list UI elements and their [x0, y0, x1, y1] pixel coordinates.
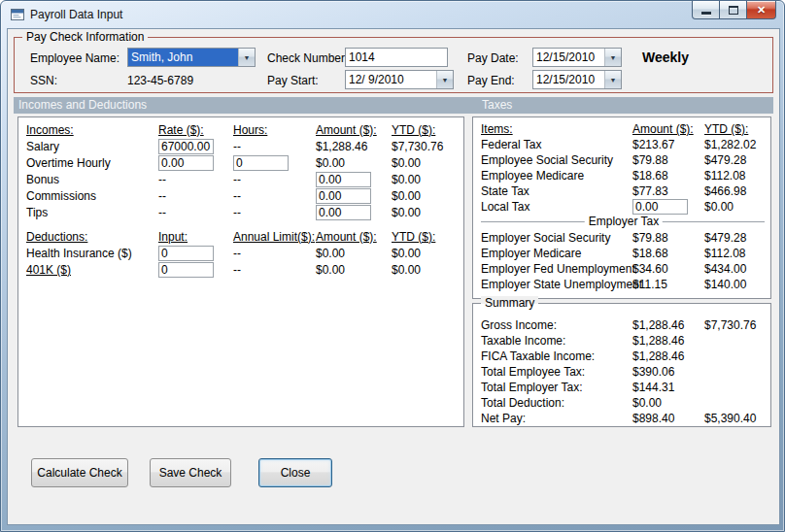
gross-income-label: Gross Income: — [481, 318, 632, 332]
overtime-label: Overtime Hourly — [26, 156, 158, 170]
summary-group-label: Summary — [481, 296, 538, 310]
deduction-amount-col-header: Amount ($): — [316, 230, 392, 244]
taxable-income-amount: $1,288.46 — [632, 334, 704, 348]
federal-tax-row: Federal Tax $213.67 $1,282.02 — [481, 137, 770, 152]
state-tax-label: State Tax — [481, 184, 632, 198]
employer-ss-ytd: $479.28 — [704, 231, 770, 245]
pay-end-picker[interactable]: 12/15/2010 ▼ — [532, 70, 622, 89]
paycheck-info-group: Pay Check Information Employee Name: Smi… — [14, 37, 773, 93]
section-header-band: Incomes and Deductions Taxes — [14, 97, 773, 114]
total-employee-tax-label: Total Employee Tax: — [481, 365, 632, 379]
tips-row: Tips -- -- $0.00 — [26, 204, 463, 220]
employee-ss-amount: $79.88 — [632, 153, 704, 167]
commissions-hours-value: -- — [233, 189, 316, 203]
app-icon[interactable] — [10, 7, 25, 22]
annual-limit-col-header: Annual Limit($): — [233, 230, 316, 244]
salary-row: Salary -- $1,288.46 $7,730.76 — [26, 138, 463, 154]
minimize-icon — [701, 12, 711, 15]
check-number-input[interactable] — [345, 48, 448, 67]
pay-date-value: 12/15/2010 — [533, 49, 604, 66]
incomes-section-header: Incomes and Deductions — [18, 98, 147, 112]
save-check-button[interactable]: Save Check — [150, 458, 231, 487]
employee-ss-ytd: $479.28 — [704, 153, 770, 167]
employer-medicare-label: Employer Medicare — [481, 247, 632, 260]
health-insurance-amount-value: $0.00 — [316, 247, 392, 260]
amount-col-header: Amount ($): — [316, 123, 392, 137]
maximize-button[interactable] — [719, 1, 747, 19]
federal-tax-label: Federal Tax — [481, 138, 632, 151]
maximize-icon — [729, 6, 738, 15]
commissions-amount-input[interactable] — [316, 188, 371, 204]
taxes-panel: Items: Amount ($): YTD ($): Federal Tax … — [472, 116, 771, 299]
bonus-amount-input[interactable] — [316, 172, 371, 187]
health-insurance-row: Health Insurance ($) -- $0.00 $0.00 — [26, 245, 463, 261]
tips-amount-input[interactable] — [316, 205, 371, 220]
close-button[interactable]: Close — [258, 458, 332, 487]
local-tax-label: Local Tax — [481, 200, 632, 214]
overtime-amount-value: $0.00 — [316, 156, 392, 170]
employee-medicare-row: Employee Medicare $18.68 $112.08 — [481, 168, 770, 183]
total-deduction-label: Total Deduction: — [481, 396, 632, 410]
total-deduction-amount: $0.00 — [632, 396, 704, 410]
input-col-header: Input: — [158, 230, 233, 244]
gross-income-row: Gross Income: $1,288.46 $7,730.76 — [481, 317, 770, 333]
state-tax-row: State Tax $77.83 $466.98 — [481, 183, 770, 199]
401k-input[interactable] — [158, 262, 214, 278]
health-insurance-ytd-value: $0.00 — [392, 247, 463, 260]
local-tax-row: Local Tax $0.00 — [481, 199, 770, 215]
employer-ss-row: Employer Social Security $79.88 $479.28 — [481, 230, 770, 246]
employer-state-unemployment-ytd: $140.00 — [704, 278, 770, 291]
bonus-amount-cell — [316, 172, 392, 187]
health-insurance-input-cell — [158, 246, 233, 261]
fica-taxable-income-amount: $1,288.46 — [632, 349, 704, 363]
chevron-down-icon: ▼ — [436, 71, 453, 88]
state-tax-amount: $77.83 — [632, 184, 704, 198]
401k-amount-value: $0.00 — [316, 263, 392, 277]
total-employer-tax-label: Total Employer Tax: — [481, 381, 632, 394]
bonus-ytd-value: $0.00 — [392, 173, 463, 186]
pay-frequency-label: Weekly — [642, 50, 689, 65]
bonus-hours-value: -- — [233, 173, 316, 186]
pay-date-label: Pay Date: — [467, 51, 519, 65]
taxes-header-row: Items: Amount ($): YTD ($): — [481, 121, 770, 137]
tips-hours-value: -- — [233, 206, 316, 219]
employee-name-select[interactable]: Smith, John ▼ — [127, 48, 256, 67]
overtime-hours-input[interactable] — [233, 155, 289, 171]
pay-date-picker[interactable]: 12/15/2010 ▼ — [532, 48, 622, 67]
employee-ss-label: Employee Social Security — [481, 153, 632, 167]
employer-medicare-ytd: $112.08 — [704, 247, 770, 260]
salary-amount-value: $1,288.46 — [316, 140, 392, 153]
commissions-label: Commissions — [26, 189, 158, 203]
items-col-header: Items: — [481, 122, 632, 136]
employer-fed-unemployment-ytd: $434.00 — [704, 262, 770, 276]
net-pay-label: Net Pay: — [481, 412, 632, 425]
calculate-check-button[interactable]: Calculate Check — [31, 458, 128, 487]
overtime-rate-input[interactable] — [158, 155, 214, 171]
rate-col-header: Rate ($): — [158, 123, 233, 137]
tax-ytd-col-header: YTD ($): — [704, 122, 770, 136]
401k-link[interactable]: 401K ($) — [26, 263, 158, 277]
local-tax-input[interactable] — [632, 199, 688, 215]
titlebar[interactable]: Payroll Data Input ✕ — [1, 1, 784, 28]
gross-income-ytd: $7,730.76 — [704, 318, 770, 332]
total-employer-tax-amount: $144.31 — [632, 381, 704, 394]
minimize-button[interactable] — [692, 1, 720, 19]
tax-amount-col-header: Amount ($): — [632, 122, 704, 136]
incomes-deductions-panel: Incomes: Rate ($): Hours: Amount ($): YT… — [17, 116, 464, 427]
caption-buttons: ✕ — [692, 1, 776, 19]
bonus-row: Bonus -- -- $0.00 — [26, 171, 463, 187]
employer-medicare-row: Employer Medicare $18.68 $112.08 — [481, 246, 770, 261]
ytd-col-header: YTD ($): — [392, 123, 463, 137]
gross-income-amount: $1,288.46 — [632, 318, 704, 332]
salary-rate-cell — [158, 139, 233, 154]
health-insurance-input[interactable] — [158, 246, 214, 261]
taxes-section-header: Taxes — [482, 98, 512, 112]
employee-medicare-label: Employee Medicare — [481, 169, 632, 183]
fica-taxable-income-row: FICA Taxable Income: $1,288.46 — [481, 349, 770, 364]
tips-amount-cell — [316, 205, 392, 220]
overtime-rate-cell — [158, 155, 233, 171]
pay-start-picker[interactable]: 12/ 9/2010 ▼ — [345, 70, 454, 89]
salary-rate-input[interactable] — [158, 139, 214, 154]
health-insurance-limit-value: -- — [233, 247, 316, 260]
close-window-button[interactable]: ✕ — [746, 1, 776, 19]
